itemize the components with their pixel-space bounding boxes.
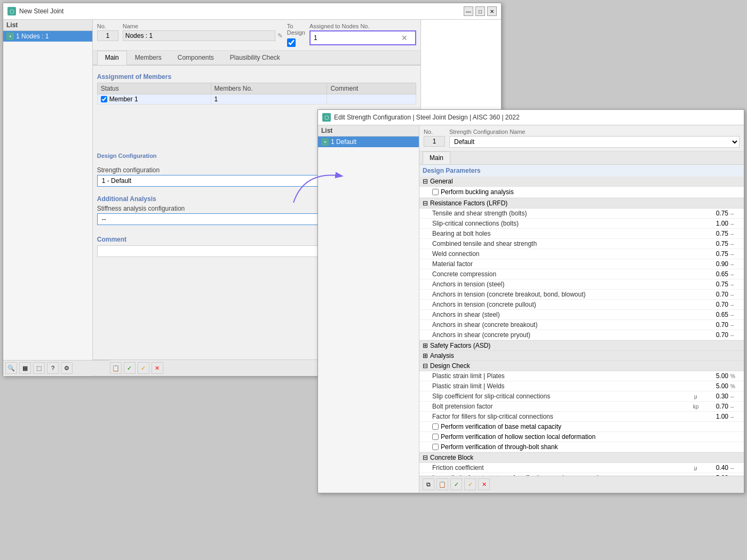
safety-expand-icon: ⊞ [423,342,428,349]
list-select-btn[interactable]: ⬚ [33,362,45,374]
analysis-header[interactable]: ⊞ Analysis [419,351,744,361]
general-header[interactable]: ⊟ General [419,177,744,187]
design-check-checkbox[interactable] [432,444,439,450]
strength-window-title: Edit Strength Configuration | Steel Join… [334,114,520,121]
strength-content: List ▪ 1 Default No. 1 Strength Configur… [318,125,744,492]
strength-window: ⬡ Edit Strength Configuration | Steel Jo… [317,109,744,493]
assigned-input[interactable] [314,34,399,42]
strength-check-green-btn[interactable]: ✓ [450,478,462,490]
strength-name-select[interactable]: Default [449,136,740,148]
param-name: Tensile and shear strength (bolts) [419,209,688,219]
name-input[interactable] [123,30,275,41]
resistance-row: Slip-critical connections (bolts) 1.00 -… [419,219,744,229]
safety-header[interactable]: ⊞ Safety Factors (ASD) [419,340,744,351]
strength-delete-btn[interactable]: ✕ [478,478,490,490]
strength-paste-btn[interactable]: 📋 [436,478,448,490]
design-check-name: Factor for fillers for slip-critical con… [419,412,688,422]
design-check-header[interactable]: ⊟ Design Check [419,361,744,371]
resistance-row: Anchors in shear (concrete breakout) 0.7… [419,320,744,330]
param-suffix: -- [730,300,744,310]
list-settings-btn[interactable]: ⚙ [61,362,73,374]
design-check-value: 1.00 [704,412,730,422]
assigned-field: ✕ [309,30,416,45]
strength-top-row: No. 1 Strength Configuration Name Defaul… [419,125,744,151]
design-check-checkbox[interactable] [432,434,439,440]
resistance-row: Anchors in tension (concrete pullout) 0.… [419,300,744,310]
strength-app-icon: ⬡ [322,113,331,122]
strength-list-item-1[interactable]: ▪ 1 Default [318,137,419,147]
design-check-collapse-icon: ⊟ [423,362,428,370]
tab-members[interactable]: Members [127,51,170,65]
design-check-unit [688,371,704,381]
param-unit [688,269,704,279]
design-check-label: Perform verification of hollow section l… [441,433,595,441]
resistance-header[interactable]: ⊟ Resistance Factors (LRFD) [419,198,744,209]
general-label: General [430,178,453,185]
assigned-edit-icon[interactable]: ✕ [401,34,408,42]
param-name: Bearing at bolt holes [419,229,688,239]
param-value: 0.65 [704,269,730,279]
tab-components[interactable]: Components [170,51,222,65]
buckling-checkbox[interactable] [432,189,439,195]
design-check-suffix: % [730,381,744,391]
design-params-header: Design Parameters [419,165,744,177]
to-design-label: To Design [287,23,305,36]
name-field-group: Name ✎ [123,23,283,41]
list-panel: List ▪ 1 Nodes : 1 [3,20,93,376]
concrete-param-unit: μ [688,463,704,473]
maximize-button[interactable]: □ [475,6,485,16]
design-check-table: Plastic strain limit | Plates 5.00 %Plas… [419,371,744,452]
resistance-row: Combined tensile and shear strength 0.75… [419,239,744,249]
strength-copy-btn[interactable]: ⧉ [423,478,434,490]
param-name: Anchors in shear (concrete pryout) [419,330,688,340]
param-name: Anchors in tension (steel) [419,279,688,290]
toolbar-delete-btn[interactable]: ✕ [152,362,163,374]
resistance-row: Bearing at bolt holes 0.75 -- [419,229,744,239]
param-unit [688,229,704,239]
design-check-unit: kp [688,402,704,412]
general-collapse-icon: ⊟ [423,178,428,185]
table-row[interactable]: Member 1 1 [97,94,416,105]
resistance-row: Material factor 0.90 -- [419,259,744,269]
concrete-header[interactable]: ⊟ Concrete Block [419,452,744,463]
tab-main[interactable]: Main [97,51,127,65]
param-suffix: -- [730,219,744,229]
to-design-checkbox[interactable] [287,38,296,47]
strength-tab-main[interactable]: Main [423,151,450,164]
design-check-checkbox[interactable] [432,423,439,430]
strength-list-panel: List ▪ 1 Default [318,125,419,492]
design-check-value: 0.70 [704,402,730,412]
concrete-label: Concrete Block [430,454,473,461]
list-search-btn[interactable]: 🔍 [5,362,17,374]
edit-icon[interactable]: ✎ [277,32,283,39]
strength-no-label: No. [424,129,445,135]
param-name: Anchors in shear (concrete breakout) [419,320,688,330]
toolbar-check-yellow-btn[interactable]: ✓ [138,362,149,374]
design-check-row: Perform verification of hollow section l… [419,432,744,442]
list-bottom-toolbar: 🔍 ▦ ⬚ ? ⚙ [3,360,110,375]
strength-check-yellow-btn[interactable]: ✓ [464,478,476,490]
close-button[interactable]: ✕ [487,6,497,16]
design-check-row: Plastic strain limit | Welds 5.00 % [419,381,744,391]
tab-plausibility[interactable]: Plausibility Check [222,51,288,65]
minimize-button[interactable]: — [464,6,473,16]
member-status-checkbox[interactable] [101,96,107,102]
buckling-row: Perform buckling analysis [419,187,744,197]
design-check-cell: Perform verification of hollow section l… [419,432,744,442]
toolbar-check-green-btn[interactable]: ✓ [124,362,136,374]
param-unit [688,300,704,310]
param-value: 0.70 [704,290,730,300]
param-name: Concrete compression [419,269,688,279]
strength-name-row: Default [449,136,740,148]
list-table-btn[interactable]: ▦ [19,362,31,374]
concrete-param-name: Friction coefficient [419,463,688,473]
design-check-unit: μ [688,391,704,402]
toolbar-paste-btn[interactable]: 📋 [110,362,122,374]
list-item-1[interactable]: ▪ 1 Nodes : 1 [3,31,92,42]
design-config-header: Design Configuration [97,153,157,159]
param-value: 0.70 [704,330,730,340]
param-value: 0.75 [704,229,730,239]
param-value: 0.70 [704,300,730,310]
resistance-row: Anchors in shear (steel) 0.65 -- [419,310,744,320]
list-question-btn[interactable]: ? [47,362,59,374]
